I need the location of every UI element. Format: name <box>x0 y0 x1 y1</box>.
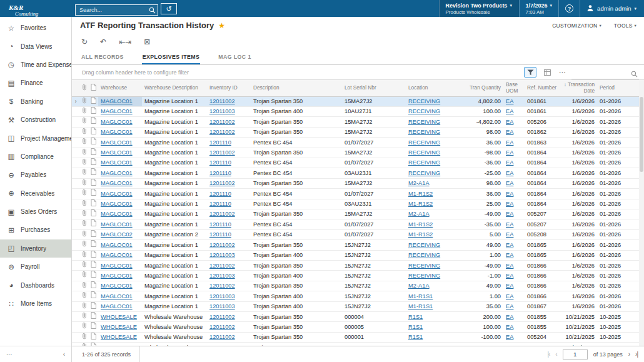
table-row[interactable]: MAGLOC01Magazine Location 112011003Troja… <box>72 250 639 260</box>
sidebar-item-payables[interactable]: ⊖Payables <box>0 166 71 184</box>
warehouse-link[interactable]: MAGLOC01 <box>101 303 133 309</box>
location-link[interactable]: M1-R1S2 <box>408 221 433 228</box>
uom-link[interactable]: EA <box>506 98 513 104</box>
vertical-scrollbar[interactable] <box>639 80 644 346</box>
location-link[interactable]: M2-A1A <box>408 180 430 186</box>
note-icon[interactable] <box>91 333 96 339</box>
uom-link[interactable]: EA <box>506 231 513 238</box>
location-link[interactable]: RECEIVING <box>408 98 440 104</box>
note-icon[interactable] <box>91 251 96 258</box>
uom-link[interactable]: EA <box>506 139 513 146</box>
location-link[interactable]: RECEIVING <box>408 129 440 135</box>
sidebar-item-time-and-expenses[interactable]: ◷Time and Expenses <box>0 56 71 74</box>
attachment-icon[interactable] <box>82 230 87 237</box>
location-link[interactable]: M2-A1A <box>408 283 430 289</box>
tools-menu[interactable]: TOOLS ▾ <box>614 23 636 29</box>
attachment-icon[interactable] <box>82 128 87 134</box>
table-row[interactable]: MAGLOC01Magazine Location 11201110Pentex… <box>72 199 639 209</box>
inventory-id-link[interactable]: 12011002 <box>209 129 235 135</box>
sidebar-item-construction[interactable]: ⚒Construction <box>0 111 71 129</box>
note-icon[interactable] <box>91 261 96 268</box>
warehouse-link[interactable]: WHOLESALE <box>101 334 137 340</box>
attachment-icon[interactable] <box>82 302 87 309</box>
table-row[interactable]: MAGLOC01Magazine Location 112011003Troja… <box>72 271 639 281</box>
fit-width-button[interactable]: ⇤⇥ <box>119 38 131 46</box>
export-grid-button[interactable] <box>541 67 553 78</box>
attachment-icon[interactable] <box>82 322 87 329</box>
uom-link[interactable]: EA <box>506 149 513 156</box>
next-page-button[interactable]: › <box>628 351 630 358</box>
location-link[interactable]: RECEIVING <box>408 149 440 156</box>
inventory-id-link[interactable]: 1201110 <box>209 221 231 228</box>
uom-link[interactable]: EA <box>506 263 513 269</box>
attachment-icon[interactable] <box>82 343 87 346</box>
sidebar-item-more-items[interactable]: ∷More Items <box>0 294 71 313</box>
inventory-id-link[interactable]: 12011003 <box>209 293 235 299</box>
location-link[interactable]: RECEIVING <box>408 252 440 258</box>
note-icon[interactable] <box>91 117 96 124</box>
warehouse-link[interactable]: MAGLOC01 <box>101 159 133 166</box>
inventory-id-link[interactable]: 1201110 <box>209 201 231 207</box>
inventory-id-link[interactable]: 12011002 <box>209 314 235 320</box>
warehouse-link[interactable]: MAGLOC02 <box>101 231 133 238</box>
inventory-id-link[interactable]: 12011003 <box>209 273 235 279</box>
tab-explosives-items[interactable]: EXPLOSIVES ITEMS <box>142 50 200 64</box>
location-link[interactable]: R1S1 <box>408 324 423 330</box>
attachment-icon[interactable] <box>82 251 87 258</box>
uom-link[interactable]: EA <box>506 201 513 207</box>
table-row[interactable]: MAGLOC01Magazine Location 112011003Troja… <box>72 106 639 116</box>
column-header-transaction-date[interactable]: ↓ Transaction Date <box>561 80 597 96</box>
attachment-icon[interactable] <box>82 107 87 114</box>
uom-link[interactable]: EA <box>506 283 513 289</box>
table-row[interactable]: MAGLOC01Magazine Location 11201110Pentex… <box>72 158 639 168</box>
note-icon[interactable] <box>91 128 96 134</box>
location-link[interactable]: RECEIVING <box>408 139 440 146</box>
note-icon[interactable] <box>91 219 96 226</box>
note-icon[interactable] <box>91 322 96 329</box>
warehouse-link[interactable]: MAGLOC01 <box>101 98 133 104</box>
location-link[interactable]: M1-R1S2 <box>408 201 433 207</box>
table-row[interactable]: MAGLOC01Magazine Location 112011002Troja… <box>72 117 639 127</box>
note-icon[interactable] <box>91 281 96 288</box>
location-link[interactable]: M1-R1S1 <box>408 303 433 309</box>
attachment-icon[interactable] <box>82 97 87 104</box>
warehouse-link[interactable]: MAGLOC01 <box>101 191 133 197</box>
sidebar-item-receivables[interactable]: ⊕Receivables <box>0 184 71 203</box>
warehouse-link[interactable]: MAGLOC01 <box>101 293 133 299</box>
inventory-id-link[interactable]: 12011002 <box>209 98 235 104</box>
note-icon[interactable] <box>91 158 96 165</box>
note-icon[interactable] <box>91 343 96 346</box>
warehouse-link[interactable]: MAGLOC01 <box>101 119 133 125</box>
note-icon[interactable] <box>91 199 96 206</box>
uom-link[interactable]: EA <box>506 211 513 217</box>
last-page-button[interactable]: ›| <box>635 351 638 358</box>
location-link[interactable]: R1S1 <box>408 334 423 340</box>
recent-items-button[interactable]: ↺ <box>161 3 177 14</box>
column-header-warehouse[interactable]: Warehouse <box>98 80 142 96</box>
uom-link[interactable]: EA <box>506 252 513 258</box>
column-header-period[interactable]: Period <box>597 80 639 96</box>
sidebar-item-banking[interactable]: $Banking <box>0 93 71 111</box>
attachment-icon[interactable] <box>82 209 87 216</box>
inventory-id-link[interactable]: 1201110 <box>209 231 231 238</box>
warehouse-link[interactable]: MAGLOC01 <box>101 273 133 279</box>
inventory-id-link[interactable]: 1201110 <box>209 139 231 146</box>
warehouse-link[interactable]: MAGLOC01 <box>101 139 133 146</box>
inventory-id-link[interactable]: 12011002 <box>209 180 235 186</box>
location-link[interactable]: R1S1 <box>408 314 423 320</box>
note-icon[interactable] <box>91 312 96 319</box>
uom-link[interactable]: EA <box>506 242 513 248</box>
inventory-id-link[interactable]: 12011002 <box>209 334 235 340</box>
uom-link[interactable]: EA <box>506 119 513 125</box>
undo-button[interactable]: ↶ <box>100 38 106 46</box>
inventory-id-link[interactable]: 12011002 <box>209 211 235 217</box>
tab-all-records[interactable]: ALL RECORDS <box>81 50 124 64</box>
note-icon[interactable] <box>91 138 96 144</box>
location-link[interactable]: RECEIVING <box>408 119 440 125</box>
sidebar-collapse-button[interactable]: ‹ <box>63 351 65 358</box>
note-icon[interactable] <box>91 240 96 247</box>
inventory-id-link[interactable]: 12011002 <box>209 344 235 346</box>
warehouse-link[interactable]: MAGLOC01 <box>101 263 133 269</box>
inventory-id-link[interactable]: 1201110 <box>209 170 231 176</box>
note-icon[interactable] <box>91 189 96 196</box>
